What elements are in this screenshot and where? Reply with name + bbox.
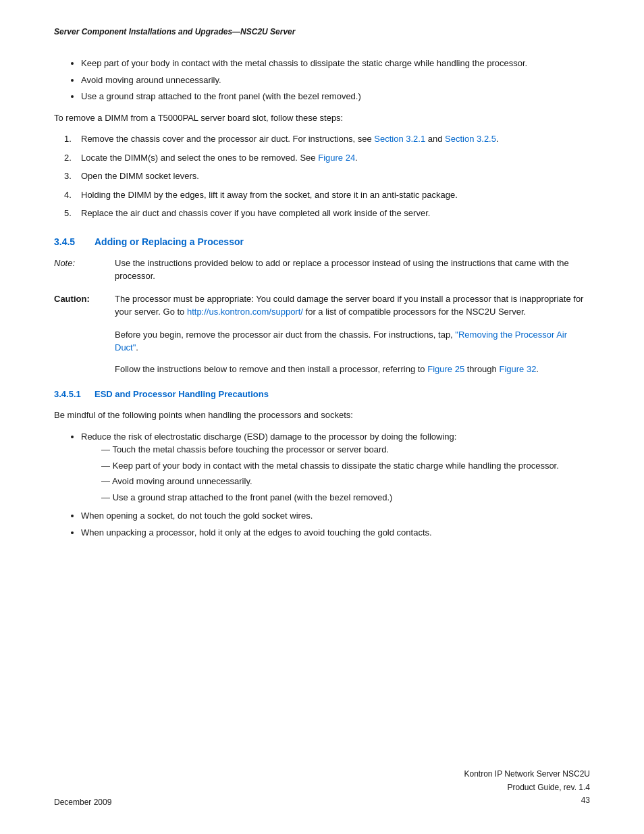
page: Server Component Installations and Upgra… bbox=[0, 0, 644, 834]
caution-text-after: for a list of compatible processors for … bbox=[303, 307, 526, 317]
para2-text-mid: through bbox=[464, 364, 499, 374]
step-text: Locate the DIMM(s) and select the ones t… bbox=[81, 153, 358, 163]
step-text: Remove the chassis cover and the process… bbox=[81, 134, 499, 144]
list-item: Use a ground strap attached to the front… bbox=[81, 90, 590, 103]
caution-content: The processor must be appropriate: You c… bbox=[115, 292, 590, 319]
intro-bullet-list: Keep part of your body in contact with t… bbox=[81, 57, 590, 103]
para1: Before you begin, remove the processor a… bbox=[115, 328, 590, 355]
step-number: 1. bbox=[64, 132, 72, 146]
para1-text-after: . bbox=[136, 342, 138, 353]
para2-text-before: Follow the instructions below to remove … bbox=[115, 364, 427, 374]
content-area: Keep part of your body in contact with t… bbox=[54, 57, 590, 539]
section-number: 3.4.5 bbox=[54, 236, 95, 247]
list-item: Keep part of your body in contact with t… bbox=[101, 459, 590, 473]
note-content: Use the instructions provided below to a… bbox=[115, 257, 590, 283]
caution-label: Caution: bbox=[54, 292, 115, 319]
step-text: Open the DIMM socket levers. bbox=[81, 171, 199, 181]
section-325-link[interactable]: Section 3.2.5 bbox=[445, 134, 496, 144]
caution-row: Caution: The processor must be appropria… bbox=[54, 292, 590, 319]
footer-date: December 2009 bbox=[54, 798, 111, 807]
dimm-steps: 1. Remove the chassis cover and the proc… bbox=[81, 132, 590, 220]
list-item: 3. Open the DIMM socket levers. bbox=[81, 170, 590, 183]
section-345-heading: 3.4.5 Adding or Replacing a Processor bbox=[54, 236, 590, 247]
note-row: Note: Use the instructions provided belo… bbox=[54, 257, 590, 283]
header-text: Server Component Installations and Upgra… bbox=[54, 27, 295, 36]
list-item: 4. Holding the DIMM by the edges, lift i… bbox=[81, 188, 590, 202]
figure-24-link[interactable]: Figure 24 bbox=[318, 153, 355, 163]
para1-text-before: Before you begin, remove the processor a… bbox=[115, 330, 455, 340]
page-header: Server Component Installations and Upgra… bbox=[54, 27, 590, 36]
figure-32-link[interactable]: Figure 32 bbox=[499, 364, 536, 374]
figure-25-link[interactable]: Figure 25 bbox=[427, 364, 464, 374]
step-text: Holding the DIMM by the edges, lift it a… bbox=[81, 190, 458, 200]
section-321-link[interactable]: Section 3.2.1 bbox=[374, 134, 425, 144]
para2-text-after: . bbox=[536, 364, 539, 374]
list-item: Keep part of your body in contact with t… bbox=[81, 57, 590, 70]
note-label: Note: bbox=[54, 257, 115, 283]
para2: Follow the instructions below to remove … bbox=[115, 363, 590, 376]
list-item: Avoid moving around unnecessarily. bbox=[101, 475, 590, 488]
step-number: 3. bbox=[64, 170, 72, 183]
section-3451-heading: 3.4.5.1 ESD and Processor Handling Preca… bbox=[54, 389, 590, 399]
footer-guide: Product Guide, rev. 1.4 bbox=[464, 781, 590, 794]
footer-right: Kontron IP Network Server NSC2U Product … bbox=[464, 768, 590, 807]
esd-bullet-list: Reduce the risk of electrostatic dischar… bbox=[81, 430, 590, 540]
footer-product: Kontron IP Network Server NSC2U bbox=[464, 768, 590, 781]
section-title: Adding or Replacing a Processor bbox=[95, 236, 244, 247]
list-item: Use a ground strap attached to the front… bbox=[101, 491, 590, 504]
page-footer: December 2009 Kontron IP Network Server … bbox=[54, 768, 590, 807]
footer-page-number: 43 bbox=[464, 794, 590, 807]
list-item: When opening a socket, do not touch the … bbox=[81, 509, 590, 523]
dimm-intro: To remove a DIMM from a T5000PAL server … bbox=[54, 111, 590, 125]
subsection-title: ESD and Processor Handling Precautions bbox=[95, 389, 269, 399]
list-item: 5. Replace the air duct and chassis cove… bbox=[81, 207, 590, 220]
list-item: 2. Locate the DIMM(s) and select the one… bbox=[81, 151, 590, 165]
caution-link[interactable]: http://us.kontron.com/support/ bbox=[187, 307, 303, 317]
list-item: When unpacking a processor, hold it only… bbox=[81, 526, 590, 540]
esd-bullet-0: Reduce the risk of electrostatic dischar… bbox=[81, 432, 456, 442]
step-number: 2. bbox=[64, 151, 72, 165]
list-item: Touch the metal chassis before touching … bbox=[101, 443, 590, 457]
esd-intro: Be mindful of the following points when … bbox=[54, 409, 590, 422]
step-number: 4. bbox=[64, 188, 72, 202]
list-item: Reduce the risk of electrostatic dischar… bbox=[81, 430, 590, 504]
list-item: Avoid moving around unnecessarily. bbox=[81, 74, 590, 87]
list-item: 1. Remove the chassis cover and the proc… bbox=[81, 132, 590, 146]
subsection-number: 3.4.5.1 bbox=[54, 389, 95, 399]
step-text: Replace the air duct and chassis cover i… bbox=[81, 208, 430, 218]
sub-dash-list: Touch the metal chassis before touching … bbox=[101, 443, 590, 504]
step-number: 5. bbox=[64, 207, 72, 220]
